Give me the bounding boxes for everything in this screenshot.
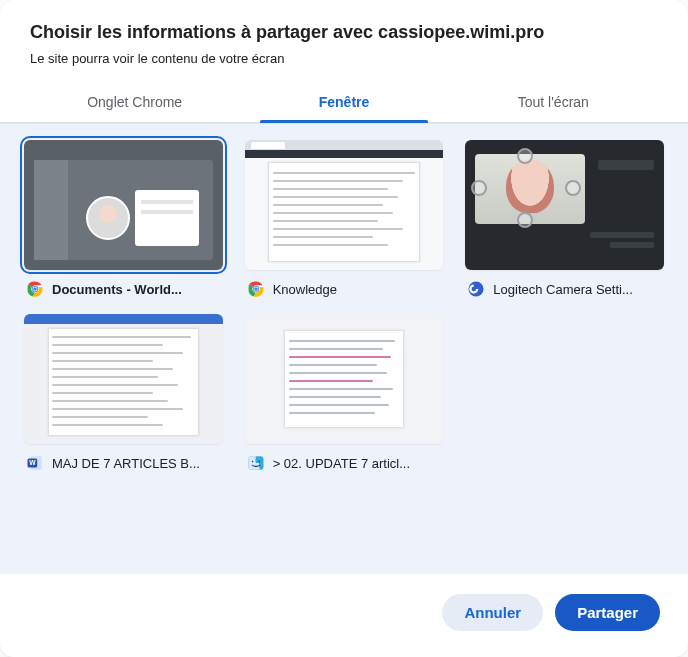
window-tile-knowledge[interactable]: Knowledge: [243, 138, 446, 298]
window-tile-logitech[interactable]: Logitech Camera Setti...: [463, 138, 666, 298]
finder-icon: [247, 454, 265, 472]
svg-point-7: [254, 287, 258, 291]
window-tile-finder[interactable]: > 02. UPDATE 7 articl...: [243, 312, 446, 472]
tab-label: Fenêtre: [319, 94, 370, 110]
dialog-footer: Annuler Partager: [0, 574, 688, 657]
window-tile-label: MAJ DE 7 ARTICLES B...: [52, 456, 200, 471]
tab-entire-screen[interactable]: Tout l'écran: [449, 84, 658, 122]
svg-point-14: [258, 461, 260, 463]
chrome-icon: [26, 280, 44, 298]
window-thumbnail: [24, 140, 223, 270]
window-thumbnail: [245, 314, 444, 444]
dialog-header: Choisir les informations à partager avec…: [0, 0, 688, 70]
svg-point-3: [33, 287, 37, 291]
window-thumbnail: [24, 314, 223, 444]
tab-window[interactable]: Fenêtre: [239, 84, 448, 122]
logitech-icon: [467, 280, 485, 298]
window-tile-label: Logitech Camera Setti...: [493, 282, 632, 297]
window-thumbnail: [465, 140, 664, 270]
window-tile-documents[interactable]: Documents - World...: [22, 138, 225, 298]
window-thumbnail: [245, 140, 444, 270]
chrome-icon: [247, 280, 265, 298]
window-tile-word-doc[interactable]: W MAJ DE 7 ARTICLES B...: [22, 312, 225, 472]
cancel-button[interactable]: Annuler: [442, 594, 543, 631]
window-grid: Documents - World...: [22, 138, 666, 472]
tab-chrome[interactable]: Onglet Chrome: [30, 84, 239, 122]
window-picker: Documents - World...: [0, 123, 688, 574]
window-tile-label: Knowledge: [273, 282, 337, 297]
share-button[interactable]: Partager: [555, 594, 660, 631]
word-icon: W: [26, 454, 44, 472]
dialog-subtitle: Le site pourra voir le contenu de votre …: [30, 51, 658, 66]
dialog-title: Choisir les informations à partager avec…: [30, 22, 658, 43]
svg-text:W: W: [29, 459, 36, 466]
tab-label: Tout l'écran: [518, 94, 589, 110]
source-type-tabs: Onglet Chrome Fenêtre Tout l'écran: [0, 70, 688, 123]
share-screen-dialog: Choisir les informations à partager avec…: [0, 0, 688, 657]
tab-label: Onglet Chrome: [87, 94, 182, 110]
window-tile-label: Documents - World...: [52, 282, 182, 297]
svg-point-13: [252, 461, 254, 463]
window-tile-label: > 02. UPDATE 7 articl...: [273, 456, 410, 471]
